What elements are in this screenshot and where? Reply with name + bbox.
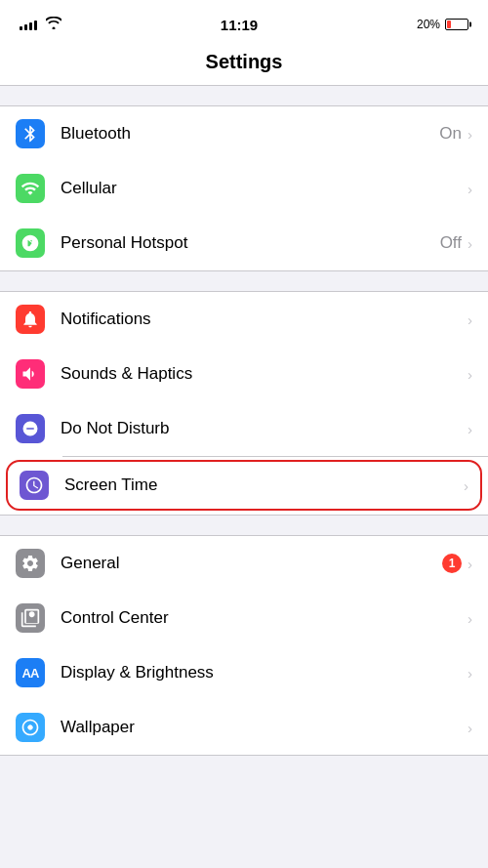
notifications-icon bbox=[16, 305, 45, 334]
sounds-label: Sounds & Haptics bbox=[61, 364, 468, 384]
notifications-chevron: › bbox=[468, 311, 472, 328]
settings-list-notifications: Notifications › Sounds & Haptics › Do No… bbox=[0, 291, 488, 516]
settings-item-hotspot[interactable]: Personal Hotspot Off › bbox=[0, 216, 488, 270]
general-label: General bbox=[61, 554, 442, 573]
signal-bar-2 bbox=[24, 24, 27, 30]
bluetooth-icon bbox=[16, 119, 45, 148]
page-title: Settings bbox=[0, 51, 488, 73]
controlcenter-label: Control Center bbox=[61, 608, 468, 628]
settings-list-connectivity: Bluetooth On › Cellular › Personal Hotsp… bbox=[0, 105, 488, 271]
general-chevron: › bbox=[468, 556, 472, 572]
screentime-label: Screen Time bbox=[64, 475, 464, 495]
settings-item-donotdisturb[interactable]: Do Not Disturb › bbox=[0, 401, 488, 456]
status-bar: 11:19 20% bbox=[0, 0, 488, 43]
donotdisturb-icon bbox=[16, 414, 45, 443]
hotspot-chevron: › bbox=[468, 235, 472, 252]
signal-bar-4 bbox=[34, 21, 37, 30]
general-badge: 1 bbox=[442, 554, 462, 573]
donotdisturb-label: Do Not Disturb bbox=[61, 419, 468, 438]
sounds-chevron: › bbox=[468, 366, 472, 383]
settings-item-cellular[interactable]: Cellular › bbox=[0, 161, 488, 216]
status-left bbox=[20, 17, 61, 32]
settings-group-connectivity: Bluetooth On › Cellular › Personal Hotsp… bbox=[0, 105, 488, 271]
settings-item-bluetooth[interactable]: Bluetooth On › bbox=[0, 106, 488, 161]
settings-item-sounds[interactable]: Sounds & Haptics › bbox=[0, 347, 488, 401]
notifications-label: Notifications bbox=[61, 310, 468, 329]
settings-group-system: General 1 › Control Center › AA Display … bbox=[0, 535, 488, 756]
nav-header: Settings bbox=[0, 43, 488, 86]
bluetooth-value: On bbox=[439, 124, 462, 144]
display-label: Display & Brightness bbox=[61, 663, 468, 682]
settings-item-controlcenter[interactable]: Control Center › bbox=[0, 591, 488, 645]
settings-list-system: General 1 › Control Center › AA Display … bbox=[0, 535, 488, 756]
screentime-icon bbox=[20, 471, 49, 500]
hotspot-value: Off bbox=[440, 233, 462, 253]
cellular-icon bbox=[16, 174, 45, 203]
settings-item-notifications[interactable]: Notifications › bbox=[0, 292, 488, 347]
controlcenter-icon bbox=[16, 603, 45, 633]
signal-bars bbox=[20, 19, 37, 30]
settings-item-display[interactable]: AA Display & Brightness › bbox=[0, 645, 488, 700]
screentime-chevron: › bbox=[464, 477, 468, 494]
settings-group-notifications: Notifications › Sounds & Haptics › Do No… bbox=[0, 291, 488, 516]
hotspot-label: Personal Hotspot bbox=[61, 233, 440, 253]
cellular-chevron: › bbox=[468, 181, 472, 197]
wallpaper-label: Wallpaper bbox=[61, 718, 468, 737]
battery-icon bbox=[445, 19, 468, 30]
cellular-label: Cellular bbox=[61, 179, 468, 198]
settings-item-screentime[interactable]: Screen Time › bbox=[6, 460, 482, 511]
bluetooth-label: Bluetooth bbox=[61, 124, 439, 144]
wallpaper-icon bbox=[16, 713, 45, 742]
sounds-icon bbox=[16, 359, 45, 389]
wallpaper-chevron: › bbox=[468, 720, 472, 736]
battery-percent: 20% bbox=[417, 18, 440, 31]
status-right: 20% bbox=[417, 18, 468, 31]
hotspot-icon bbox=[16, 228, 45, 258]
settings-item-general[interactable]: General 1 › bbox=[0, 536, 488, 591]
settings-item-screentime-wrapper: Screen Time › bbox=[0, 460, 488, 511]
bluetooth-chevron: › bbox=[468, 126, 472, 143]
donotdisturb-chevron: › bbox=[468, 421, 472, 437]
controlcenter-chevron: › bbox=[468, 610, 472, 627]
general-icon bbox=[16, 549, 45, 578]
display-chevron: › bbox=[468, 665, 472, 682]
signal-bar-3 bbox=[29, 22, 32, 30]
settings-item-wallpaper[interactable]: Wallpaper › bbox=[0, 700, 488, 755]
status-time: 11:19 bbox=[221, 17, 258, 33]
display-icon: AA bbox=[16, 658, 45, 687]
wifi-icon bbox=[46, 17, 61, 32]
signal-bar-1 bbox=[20, 26, 22, 30]
